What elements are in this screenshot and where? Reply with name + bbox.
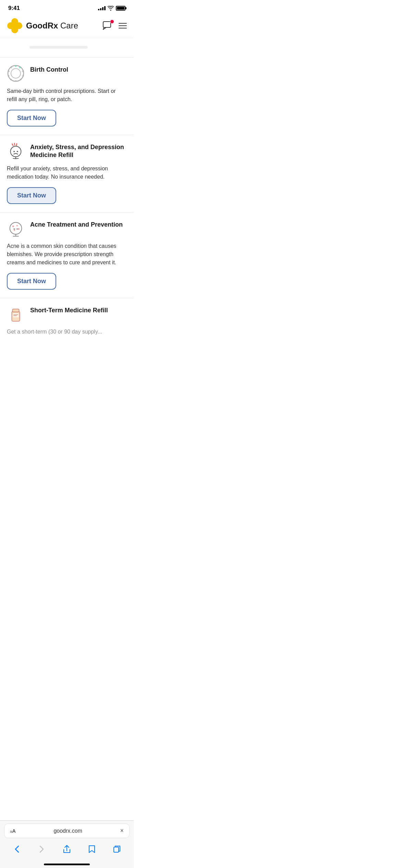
svg-point-6	[8, 65, 24, 81]
svg-point-7	[11, 69, 21, 78]
svg-rect-5	[103, 22, 111, 27]
hamburger-line-3	[119, 28, 127, 28]
birth-control-card: Birth Control Same-day birth control pre…	[0, 58, 134, 135]
hamburger-line-2	[119, 25, 127, 26]
status-bar: 9:41	[0, 0, 134, 14]
svg-point-18	[11, 146, 21, 157]
svg-line-26	[16, 158, 19, 159]
signal-bars-icon	[98, 6, 106, 10]
svg-point-16	[8, 71, 10, 72]
svg-point-11	[22, 75, 24, 77]
acne-icon	[7, 219, 25, 237]
svg-point-13	[15, 80, 17, 82]
chat-notification-badge	[110, 20, 114, 24]
svg-point-29	[16, 225, 18, 226]
svg-line-21	[16, 144, 17, 146]
svg-point-28	[12, 226, 14, 227]
svg-point-23	[17, 151, 18, 152]
services-list: Birth Control Same-day birth control pre…	[0, 58, 134, 340]
svg-rect-4	[11, 22, 18, 29]
acne-card: Acne Treatment and Prevention Acne is a …	[0, 213, 134, 298]
status-time: 9:41	[8, 5, 20, 12]
svg-point-30	[18, 228, 20, 230]
svg-point-9	[19, 67, 21, 69]
birth-control-title: Birth Control	[30, 66, 127, 74]
svg-rect-38	[13, 313, 19, 317]
acne-description: Acne is a common skin condition that cau…	[7, 242, 127, 267]
battery-icon	[116, 6, 125, 11]
wifi-icon	[108, 6, 114, 11]
chat-button[interactable]	[103, 21, 112, 30]
birth-control-start-button[interactable]: Start Now	[7, 110, 56, 126]
header-actions	[103, 21, 127, 30]
anxiety-icon	[7, 142, 25, 160]
birth-control-description: Same-day birth control prescriptions. St…	[7, 87, 127, 104]
app-header: GoodRx Care	[0, 14, 134, 38]
menu-button[interactable]	[119, 23, 127, 28]
svg-point-17	[11, 67, 12, 69]
svg-point-10	[22, 71, 24, 72]
previous-card-partial	[0, 38, 134, 58]
browser-bar-spacer	[0, 340, 134, 385]
anxiety-card: Anxiety, Stress, and Depression Medicine…	[0, 135, 134, 213]
svg-line-20	[14, 143, 15, 145]
svg-line-19	[12, 144, 13, 146]
svg-rect-37	[12, 309, 19, 312]
birth-control-icon	[7, 64, 25, 82]
svg-point-12	[20, 79, 22, 81]
status-icons	[98, 6, 125, 11]
goodrx-logo-icon	[7, 18, 23, 34]
short-term-card: Short-Term Medicine Refill Get a short-t…	[0, 298, 134, 340]
svg-point-22	[13, 151, 15, 152]
svg-point-27	[10, 222, 22, 234]
anxiety-description: Refill your anxiety, stress, and depress…	[7, 165, 127, 181]
acne-title: Acne Treatment and Prevention	[30, 221, 127, 229]
short-term-icon	[7, 305, 25, 323]
svg-line-25	[13, 158, 16, 159]
svg-point-14	[10, 79, 12, 81]
anxiety-title: Anxiety, Stress, and Depression Medicine…	[30, 143, 127, 159]
svg-point-8	[15, 65, 17, 67]
acne-start-button[interactable]: Start Now	[7, 273, 56, 290]
svg-point-15	[8, 75, 10, 77]
short-term-title: Short-Term Medicine Refill	[30, 306, 127, 314]
logo-container: GoodRx Care	[7, 18, 103, 34]
short-term-description: Get a short-term (30 or 90 day supply...	[7, 328, 127, 336]
hamburger-line-1	[119, 23, 127, 24]
anxiety-start-button[interactable]: Start Now	[7, 187, 56, 204]
logo-text: GoodRx Care	[26, 21, 78, 31]
svg-point-31	[14, 230, 15, 231]
